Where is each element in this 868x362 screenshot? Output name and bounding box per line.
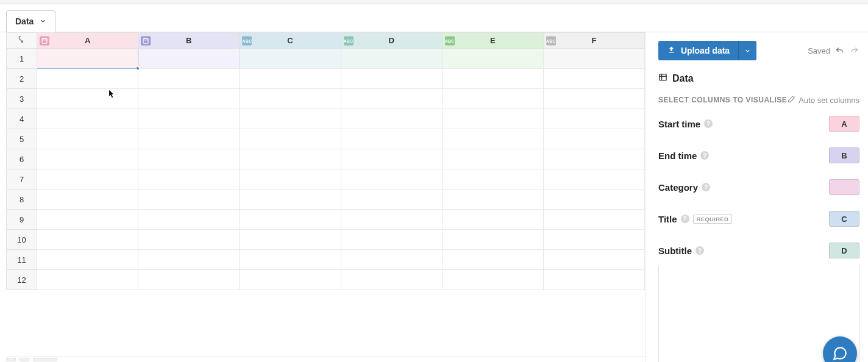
- cell[interactable]: [442, 250, 543, 270]
- data-tab[interactable]: Data: [6, 10, 55, 32]
- cell[interactable]: [543, 250, 644, 270]
- row-header[interactable]: 3: [7, 89, 37, 109]
- select-all-corner[interactable]: [7, 33, 37, 49]
- cell[interactable]: [240, 49, 341, 69]
- column-selector[interactable]: B: [829, 147, 859, 163]
- row-header[interactable]: 6: [7, 149, 37, 169]
- row-header[interactable]: 2: [7, 69, 37, 89]
- cell[interactable]: [543, 89, 644, 109]
- cell[interactable]: [442, 210, 543, 230]
- row-header[interactable]: 8: [7, 190, 37, 210]
- cell[interactable]: [240, 109, 341, 129]
- cell[interactable]: [341, 129, 442, 149]
- row-header[interactable]: 1: [7, 49, 37, 69]
- redo-button[interactable]: [848, 45, 859, 56]
- cell[interactable]: [341, 149, 442, 169]
- pager-control[interactable]: [6, 358, 16, 361]
- cell[interactable]: [442, 129, 543, 149]
- row-header[interactable]: 11: [7, 250, 37, 270]
- cell[interactable]: [543, 49, 644, 69]
- help-icon[interactable]: ?: [702, 183, 710, 191]
- cell[interactable]: [37, 169, 138, 190]
- cell[interactable]: [37, 149, 138, 169]
- cell[interactable]: [138, 270, 240, 290]
- cell[interactable]: [138, 89, 240, 109]
- column-selector[interactable]: D: [829, 243, 859, 258]
- cell[interactable]: [341, 69, 442, 89]
- column-header-a[interactable]: A: [37, 33, 138, 49]
- cell[interactable]: [442, 69, 543, 89]
- cell[interactable]: [341, 49, 442, 69]
- cell[interactable]: [240, 190, 341, 210]
- cell[interactable]: [37, 250, 138, 270]
- cell[interactable]: [442, 109, 543, 129]
- cell[interactable]: [240, 230, 341, 250]
- auto-set-columns-button[interactable]: Auto set columns: [788, 95, 859, 105]
- cell[interactable]: [543, 129, 644, 149]
- cell[interactable]: [341, 250, 442, 270]
- cell[interactable]: [138, 129, 240, 149]
- cell[interactable]: [138, 230, 240, 250]
- cell[interactable]: [138, 49, 240, 69]
- cell[interactable]: [442, 270, 543, 290]
- cell[interactable]: [37, 109, 138, 129]
- upload-dropdown-toggle[interactable]: [738, 41, 756, 60]
- cell[interactable]: [341, 210, 442, 230]
- cell[interactable]: [240, 89, 341, 109]
- help-icon[interactable]: ?: [695, 246, 704, 255]
- row-header[interactable]: 9: [7, 210, 37, 230]
- cell[interactable]: [442, 89, 543, 109]
- help-icon[interactable]: ?: [700, 151, 709, 160]
- help-icon[interactable]: ?: [681, 215, 689, 223]
- cell[interactable]: [543, 149, 644, 169]
- cell[interactable]: [341, 169, 442, 190]
- cell[interactable]: [138, 149, 240, 169]
- cell[interactable]: [37, 190, 138, 210]
- cell[interactable]: [138, 169, 240, 190]
- cell[interactable]: [543, 69, 644, 89]
- cell[interactable]: [240, 270, 341, 290]
- cell[interactable]: [240, 129, 341, 149]
- cell[interactable]: [240, 169, 341, 190]
- cell[interactable]: [543, 169, 644, 190]
- cell[interactable]: [138, 250, 240, 270]
- cell[interactable]: [341, 270, 442, 290]
- column-header-e[interactable]: ABCE: [442, 33, 543, 49]
- undo-button[interactable]: [834, 45, 845, 56]
- cell[interactable]: [543, 210, 644, 230]
- cell[interactable]: [341, 230, 442, 250]
- cell[interactable]: [442, 49, 543, 69]
- cell[interactable]: [37, 210, 138, 230]
- pager-control[interactable]: [20, 358, 29, 361]
- cell[interactable]: [543, 270, 644, 290]
- column-selector[interactable]: A: [829, 116, 859, 132]
- cell[interactable]: [442, 149, 543, 169]
- row-header[interactable]: 12: [7, 270, 37, 290]
- cell[interactable]: [341, 89, 442, 109]
- row-header[interactable]: 10: [7, 230, 37, 250]
- column-header-f[interactable]: ABCF: [543, 33, 644, 49]
- cell[interactable]: [138, 69, 240, 89]
- spreadsheet-area[interactable]: ABABCCABCDABCEABCF 123456789101112: [0, 32, 646, 362]
- cell[interactable]: [138, 109, 240, 129]
- cell[interactable]: [240, 250, 341, 270]
- column-selector[interactable]: C: [829, 211, 859, 227]
- cell[interactable]: [543, 109, 644, 129]
- cell[interactable]: [341, 109, 442, 129]
- cell[interactable]: [138, 190, 240, 210]
- row-header[interactable]: 4: [7, 109, 37, 129]
- cell[interactable]: [543, 190, 644, 210]
- column-header-b[interactable]: B: [138, 33, 240, 49]
- cell[interactable]: [240, 69, 341, 89]
- column-selector[interactable]: [829, 179, 859, 195]
- cell[interactable]: [138, 210, 240, 230]
- row-header[interactable]: 7: [7, 169, 37, 190]
- cell[interactable]: [37, 89, 138, 109]
- cell[interactable]: [37, 230, 138, 250]
- column-header-d[interactable]: ABCD: [341, 33, 442, 49]
- cell[interactable]: [442, 190, 543, 210]
- cell[interactable]: [442, 230, 543, 250]
- column-header-c[interactable]: ABCC: [240, 33, 341, 49]
- cell[interactable]: [37, 49, 138, 69]
- cell[interactable]: [37, 129, 138, 149]
